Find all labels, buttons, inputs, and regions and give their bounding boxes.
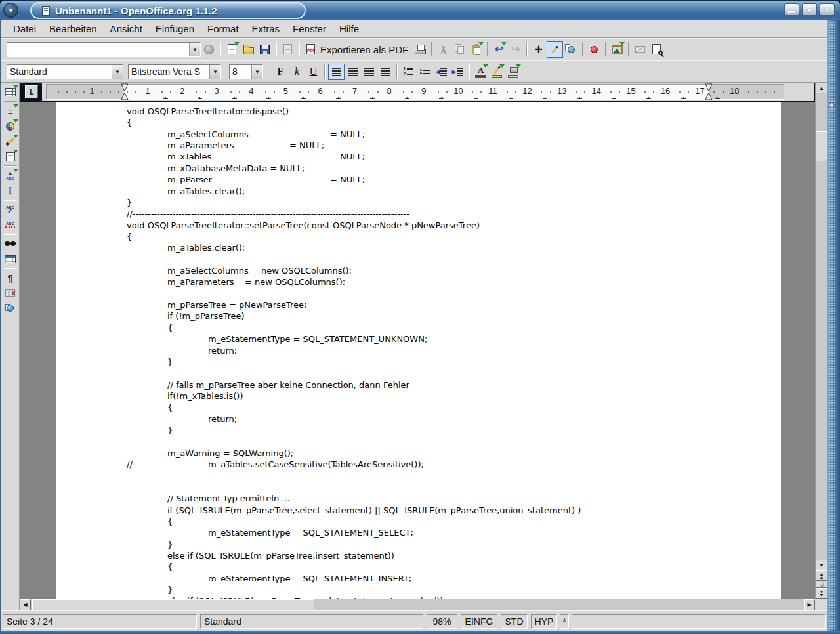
menu-item-format[interactable]: Format xyxy=(201,20,245,37)
hyperlink-button[interactable] xyxy=(563,41,579,58)
stylist-button[interactable] xyxy=(547,41,563,58)
code-line[interactable]: //--------------------------------------… xyxy=(127,208,581,219)
record-button[interactable] xyxy=(586,41,602,58)
numbering-button[interactable]: 12 xyxy=(400,64,417,80)
nonprinting-characters-button[interactable]: ¶ xyxy=(2,270,19,285)
vertical-scrollbar[interactable]: ▲ ▼ ▲▲ ▼▼ xyxy=(815,83,827,599)
previous-page-button[interactable]: ▲▲ xyxy=(816,570,828,581)
align-left-button[interactable] xyxy=(328,64,345,80)
menu-item-einfgen[interactable]: Einfügen xyxy=(149,20,201,37)
align-center-button[interactable] xyxy=(345,64,361,80)
horizontal-scrollbar[interactable]: ◀ ▶ xyxy=(20,599,815,610)
code-line[interactable]: else if (SQL_ISRULE(m_pParseTree,insert_… xyxy=(127,550,581,561)
code-line[interactable]: m_aSelectColumns = NULL; xyxy=(127,129,581,140)
zoom-button[interactable] xyxy=(648,41,665,58)
font-color-button[interactable]: A xyxy=(472,64,489,80)
code-line[interactable]: } xyxy=(127,425,581,436)
code-line[interactable]: // m_aTables.setCaseSensitive(TablesAreS… xyxy=(127,459,581,470)
menu-item-ansicht[interactable]: Ansicht xyxy=(104,20,149,37)
insert-section-button[interactable]: ≡ xyxy=(2,104,19,119)
navigator-button[interactable]: + xyxy=(530,41,547,58)
code-line[interactable]: // falls m_pParseTree aber keine Connect… xyxy=(127,379,581,391)
document-text[interactable]: void OSQLParseTreeIterator::dispose(){ m… xyxy=(127,106,581,599)
align-right-button[interactable] xyxy=(361,64,377,80)
size-dropdown-button[interactable]: ▼ xyxy=(251,65,262,79)
code-line[interactable]: } xyxy=(127,584,581,595)
menu-item-fenster[interactable]: Fenster xyxy=(286,20,333,37)
code-line[interactable] xyxy=(127,482,581,493)
redo-button[interactable]: ↪ xyxy=(507,41,524,58)
save-button[interactable] xyxy=(257,41,273,58)
code-line[interactable]: { xyxy=(127,402,581,413)
code-line[interactable]: return; xyxy=(127,413,581,425)
autotext-button[interactable]: AABC xyxy=(2,168,19,183)
print-button[interactable] xyxy=(412,41,429,58)
font-name-combobox[interactable]: Bitstream Vera S ▼ xyxy=(128,64,221,79)
highlighting-button[interactable] xyxy=(489,64,505,80)
status-page-field[interactable]: Seite 3 / 24 xyxy=(3,614,197,629)
code-line[interactable] xyxy=(127,254,581,265)
navigation-button[interactable] xyxy=(816,581,828,588)
increase-indent-button[interactable]: ▶ xyxy=(450,64,466,80)
menu-item-hilfe[interactable]: Hilfe xyxy=(333,20,366,37)
code-line[interactable]: if (SQL_ISRULE(m_pParseTree,select_state… xyxy=(127,505,581,516)
paragraph-style-combobox[interactable]: Standard ▼ xyxy=(7,64,123,79)
code-line[interactable]: m_xTables = NULL; xyxy=(127,151,581,162)
vertical-scroll-thumb[interactable] xyxy=(816,131,828,161)
bullets-button[interactable] xyxy=(417,64,433,80)
status-selection-mode-field[interactable]: STD xyxy=(501,614,528,629)
url-dropdown-button[interactable]: ▼ xyxy=(189,43,200,56)
code-line[interactable]: m_aParameters = NULL; xyxy=(127,140,581,151)
scroll-left-button[interactable]: ◀ xyxy=(20,599,31,610)
font-name-value[interactable]: Bitstream Vera S xyxy=(129,65,209,79)
font-size-combobox[interactable]: 8 ▼ xyxy=(229,64,263,79)
next-page-button[interactable]: ▼▼ xyxy=(816,588,828,599)
paragraph-background-button[interactable] xyxy=(505,64,522,80)
bold-button[interactable]: F xyxy=(272,64,289,80)
title-bar[interactable]: ▼ Unbenannt1 - OpenOffice.org 1.1.2 ▼ × xyxy=(0,0,840,20)
code-line[interactable]: if(!m_xTables.is()) xyxy=(127,391,581,402)
window-menu-button[interactable]: ▼ xyxy=(3,3,18,18)
code-line[interactable]: return; xyxy=(127,345,581,356)
status-modified-field[interactable]: * xyxy=(560,614,569,629)
page[interactable]: void OSQLParseTreeIterator::dispose(){ m… xyxy=(56,102,781,599)
minimize-button[interactable] xyxy=(784,3,799,16)
status-zoom-field[interactable]: 98% xyxy=(427,614,457,629)
ruler[interactable]: 1123456789101112131415161718 xyxy=(42,83,814,101)
close-button[interactable]: × xyxy=(820,3,835,16)
code-line[interactable]: m_eStatementType = SQL_STATEMENT_UNKNOWN… xyxy=(127,333,581,345)
menu-item-bearbeiten[interactable]: Bearbeiten xyxy=(43,20,104,37)
code-line[interactable]: m_eStatementType = SQL_STATEMENT_INSERT; xyxy=(127,573,581,584)
export-pdf-button[interactable]: PDF xyxy=(303,41,319,58)
code-line[interactable] xyxy=(127,436,581,447)
right-margin-marker[interactable] xyxy=(705,83,713,100)
code-line[interactable]: void OSQLParseTreeIterator::dispose() xyxy=(127,106,581,117)
font-size-value[interactable]: 8 xyxy=(230,65,251,79)
code-line[interactable] xyxy=(127,471,581,482)
justify-button[interactable] xyxy=(377,64,394,80)
code-line[interactable]: // Statement-Typ ermitteln ... xyxy=(127,493,581,504)
stop-loading-button[interactable] xyxy=(201,41,217,58)
insert-object-button[interactable] xyxy=(2,119,19,134)
horizontal-scroll-thumb[interactable] xyxy=(32,599,314,610)
export-pdf-label[interactable]: Exportieren als PDF xyxy=(320,44,408,55)
graphics-on-off-button[interactable]: × xyxy=(2,285,19,301)
code-line[interactable]: m_aParameters = new OSQLColumns(); xyxy=(127,276,581,287)
direct-cursor-button[interactable]: I xyxy=(2,183,19,198)
code-line[interactable]: m_pParseTree = pNewParseTree; xyxy=(127,299,581,310)
style-dropdown-button[interactable]: ▼ xyxy=(112,65,123,79)
code-line[interactable]: m_aTables.clear(); xyxy=(127,242,581,253)
paste-button[interactable] xyxy=(468,41,484,58)
url-combobox[interactable]: ▼ xyxy=(7,42,201,57)
draw-functions-button[interactable] xyxy=(2,134,19,149)
url-input[interactable] xyxy=(7,43,189,56)
scroll-down-button[interactable]: ▼ xyxy=(816,560,828,570)
code-line[interactable]: { xyxy=(127,516,581,527)
undo-button[interactable]: ↩ xyxy=(491,41,507,58)
find-replace-button[interactable] xyxy=(2,236,19,251)
status-hyperlink-mode-field[interactable]: HYP xyxy=(531,614,557,629)
spellcheck-button[interactable]: ABC✓ xyxy=(2,202,19,217)
code-line[interactable]: m_aSelectColumns = new OSQLColumns(); xyxy=(127,265,581,276)
code-line[interactable]: void OSQLParseTreeIterator::setParseTree… xyxy=(127,220,581,231)
code-line[interactable]: { xyxy=(127,322,581,333)
